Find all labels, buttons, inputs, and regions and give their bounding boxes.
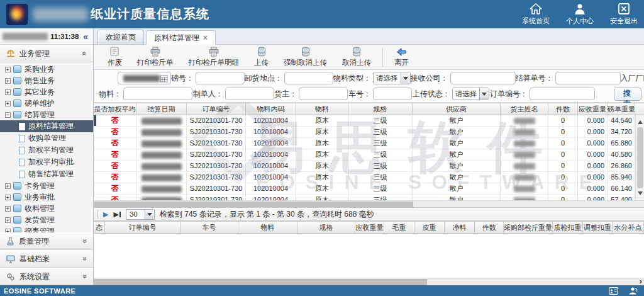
tree-leaf-加权平均审批[interactable]: 加权平均审批: [0, 156, 93, 168]
column-header-物料[interactable]: 物料: [238, 222, 297, 233]
column-header-皮重[interactable]: 皮重: [414, 222, 445, 233]
vertical-scrollbar[interactable]: [635, 115, 644, 200]
upload-status-select[interactable]: 请选择: [452, 88, 490, 100]
column-header-采购部检斤重量[interactable]: 采购部检斤重量: [504, 222, 553, 233]
column-header-结算日期[interactable]: 结算日期: [136, 103, 187, 115]
upload-button[interactable]: 上传: [247, 45, 276, 69]
column-header-车号[interactable]: 车号: [180, 222, 238, 233]
detail-horizontal-scroll-thumb[interactable]: [94, 279, 427, 285]
tree-branch-销售业务[interactable]: +销售业务: [0, 75, 93, 86]
tree-expander-icon[interactable]: +: [5, 89, 11, 95]
column-header-应收重量[interactable]: 应收重量: [355, 222, 384, 233]
tree-branch-发货管理[interactable]: +发货管理: [0, 214, 93, 225]
column-header-件数[interactable]: 件数: [475, 222, 504, 233]
scroll-right-arrow-icon[interactable]: ›: [640, 276, 642, 286]
nav-exit-button[interactable]: 安全退出: [610, 3, 638, 26]
column-header-订单编号[interactable]: 订单编号: [187, 103, 246, 115]
column-header-物料[interactable]: 物料: [296, 103, 348, 115]
column-header-净料[interactable]: 净料: [445, 222, 475, 233]
tree-expander-icon[interactable]: +: [5, 67, 11, 72]
force-cancel-upload-button[interactable]: 强制取消上传: [276, 45, 335, 69]
tab-close-icon[interactable]: ×: [203, 33, 208, 42]
support-agent-icon[interactable]: [628, 287, 638, 295]
tree-leaf-原料结算管理[interactable]: 原料结算管理: [0, 120, 93, 132]
vertical-scroll-thumb[interactable]: [637, 127, 643, 188]
settle-no-input[interactable]: [555, 72, 621, 84]
scroll-down-arrow-icon[interactable]: [638, 191, 643, 198]
tree-expander-icon[interactable]: +: [5, 195, 11, 200]
settle-date-input[interactable]: [118, 72, 171, 84]
accordion-archives[interactable]: 基础档案 «: [0, 250, 93, 268]
nav-personal-button[interactable]: 个人中心: [566, 3, 594, 26]
truck-no-input[interactable]: [373, 88, 412, 100]
material-input[interactable]: [123, 88, 192, 100]
tree-branch-卡务管理[interactable]: +卡务管理: [0, 180, 93, 191]
accordion-system[interactable]: 系统设置 «: [0, 268, 93, 285]
column-header-是否加权平均[interactable]: 是否加权平均: [94, 103, 136, 115]
order-no-input[interactable]: [530, 88, 595, 100]
last-page-icon[interactable]: ▶: [113, 211, 120, 218]
table-row[interactable]: 否SJ20210301-730102010004原木三级散户00.00044.5…: [94, 115, 635, 127]
print-weighing-slip-button[interactable]: 打印检斤单: [130, 45, 181, 69]
tree-expander-icon[interactable]: −: [5, 112, 11, 118]
tree-expander-icon[interactable]: +: [5, 183, 11, 189]
table-row[interactable]: 否SJ20210301-730102010004原木三级散户00.00057.4…: [94, 195, 635, 200]
table-row[interactable]: 否SJ20210301-730102010004原木三级散户00.00026.8…: [94, 161, 635, 172]
tree-leaf-加权平均管理[interactable]: 加权平均管理: [0, 144, 93, 156]
column-header-规格[interactable]: 规格: [297, 222, 355, 233]
page-size-select[interactable]: 30: [126, 209, 155, 220]
scroll-up-arrow-icon[interactable]: [638, 118, 643, 124]
search-button[interactable]: 搜 索: [614, 88, 641, 101]
tree-branch-报表管理[interactable]: +报表管理: [0, 225, 93, 232]
tree-leaf-收购单管理[interactable]: 收购单管理: [0, 132, 93, 144]
tree-branch-磅单维护[interactable]: +磅单维护: [0, 98, 93, 109]
tree-expander-icon[interactable]: +: [5, 78, 11, 84]
column-header-调整扣重[interactable]: 调整扣重: [583, 222, 613, 233]
column-header-件数[interactable]: 件数: [548, 103, 578, 115]
tree-branch-业务审批[interactable]: +业务审批: [0, 191, 93, 203]
column-header-订单编号[interactable]: 订单编号: [105, 222, 180, 233]
horizontal-scroll-thumb[interactable]: [94, 202, 413, 207]
tree-leaf-销售结算管理[interactable]: 销售结算管理: [0, 168, 93, 180]
tree-expander-icon[interactable]: +: [5, 101, 11, 106]
column-header-水分补点[interactable]: 水分补点: [613, 222, 644, 233]
detail-horizontal-scrollbar[interactable]: ›: [94, 278, 644, 285]
cancel-upload-button[interactable]: 取消上传: [335, 45, 379, 69]
tree-branch-其它业务[interactable]: +其它业务: [0, 86, 93, 98]
horizontal-scrollbar[interactable]: [94, 200, 644, 207]
tree-expander-icon[interactable]: +: [5, 217, 11, 223]
column-header-规格[interactable]: 规格: [348, 103, 413, 115]
tree-branch-采购业务[interactable]: +采购业务: [0, 64, 93, 75]
leave-button[interactable]: 离开: [387, 46, 416, 69]
material-type-select[interactable]: 请选择: [373, 72, 411, 84]
table-row[interactable]: 否SJ20210301-730102010004原木三级散户00.00066.1…: [94, 183, 635, 195]
column-header-应收重量[interactable]: 应收重量: [578, 103, 608, 115]
tab-raw-settlement[interactable]: 原料结算管理 ×: [146, 30, 216, 45]
accordion-quality[interactable]: 质量管理 «: [0, 232, 93, 250]
owner-input[interactable]: [299, 88, 348, 100]
accordion-business[interactable]: 业务管理 «: [0, 45, 93, 62]
tab-welcome[interactable]: 欢迎首页: [97, 30, 144, 44]
sidebar-collapse-button[interactable]: «: [80, 31, 91, 42]
column-header-毛重[interactable]: 毛重: [384, 222, 414, 233]
unload-place-input[interactable]: [284, 72, 333, 84]
column-header-物料内码[interactable]: 物料内码: [246, 103, 296, 115]
table-row[interactable]: 否SJ20210301-730102010004原木三级散户00.00040.5…: [94, 149, 635, 161]
column-header-磅单重量[interactable]: 磅单重量: [608, 103, 635, 115]
column-header-货主姓名[interactable]: 货主姓名: [501, 103, 548, 115]
table-row[interactable]: 否SJ20210301-730102010004原木三级散户00.00065.8…: [94, 138, 635, 149]
nav-home-button[interactable]: 系统首页: [522, 3, 550, 26]
column-header-供应商[interactable]: 供应商: [413, 103, 501, 115]
tree-branch-结算管理[interactable]: −结算管理: [0, 109, 93, 120]
bang-no-input[interactable]: [196, 72, 245, 84]
tree-expander-icon[interactable]: +: [5, 206, 11, 212]
tree-branch-收料管理[interactable]: +收料管理: [0, 203, 93, 214]
id-card-icon[interactable]: [609, 287, 618, 295]
maker-input[interactable]: [225, 88, 274, 100]
column-header-态[interactable]: 态: [94, 222, 105, 233]
print-weighing-detail-button[interactable]: 打印检斤单明细: [181, 45, 247, 69]
void-button[interactable]: 作废: [100, 45, 130, 69]
next-page-icon[interactable]: ▶: [103, 211, 108, 218]
receive-company-input[interactable]: [450, 72, 516, 84]
column-header-质检扣重[interactable]: 质检扣重: [553, 222, 583, 233]
